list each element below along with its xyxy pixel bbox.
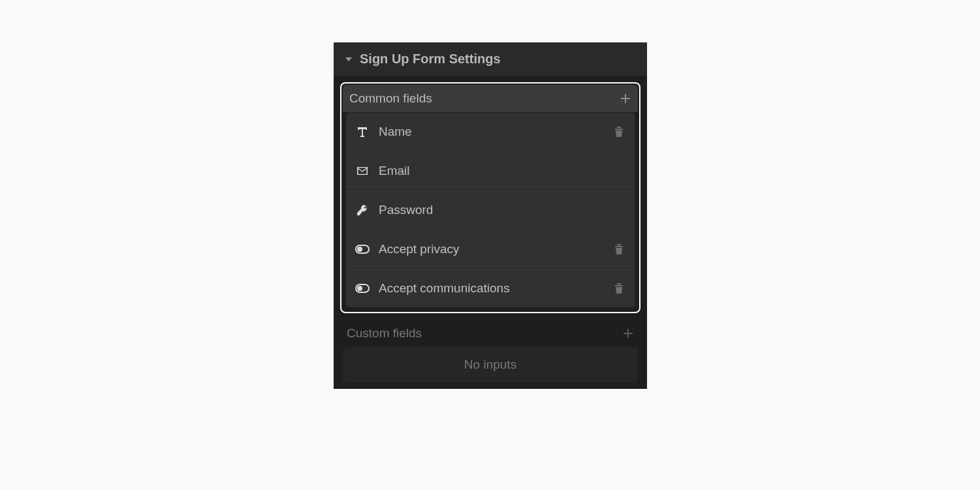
trash-icon[interactable] [612, 243, 625, 256]
field-label: Email [379, 164, 625, 178]
common-fields-label: Common fields [349, 91, 432, 106]
field-row[interactable]: Email [345, 151, 635, 191]
custom-fields-section: Custom fields No inputs [340, 320, 640, 382]
empty-label: No inputs [464, 358, 516, 371]
svg-point-1 [357, 247, 362, 252]
trash-icon[interactable] [612, 282, 625, 295]
panel-header[interactable]: Sign Up Form Settings [334, 42, 647, 76]
text-icon [355, 125, 370, 139]
custom-fields-label: Custom fields [347, 326, 422, 341]
panel-title: Sign Up Form Settings [360, 52, 501, 67]
envelope-icon [355, 164, 370, 178]
chevron-down-icon [344, 55, 353, 64]
field-label: Name [379, 125, 603, 139]
field-label: Accept communications [379, 281, 603, 296]
toggle-icon [355, 242, 370, 256]
trash-icon[interactable] [612, 125, 625, 138]
add-common-field-button[interactable] [618, 91, 633, 106]
common-fields-list: NameEmailPasswordAccept privacyAccept co… [345, 112, 635, 308]
add-custom-field-button[interactable] [621, 326, 635, 341]
field-row[interactable]: Accept privacy [345, 230, 635, 269]
svg-point-3 [357, 286, 362, 291]
key-icon [355, 203, 370, 217]
custom-fields-empty: No inputs [343, 347, 638, 382]
common-fields-section: Common fields NameEmailPasswordAccept pr… [340, 82, 640, 313]
toggle-icon [355, 281, 370, 296]
field-row[interactable]: Name [345, 112, 635, 151]
field-label: Password [379, 203, 625, 217]
common-fields-header: Common fields [343, 85, 638, 112]
field-row[interactable]: Password [345, 191, 635, 230]
signup-form-settings-panel: Sign Up Form Settings Common fields Name… [334, 42, 647, 389]
field-row[interactable]: Accept communications [345, 269, 635, 308]
custom-fields-header: Custom fields [340, 320, 640, 347]
field-label: Accept privacy [379, 242, 603, 256]
